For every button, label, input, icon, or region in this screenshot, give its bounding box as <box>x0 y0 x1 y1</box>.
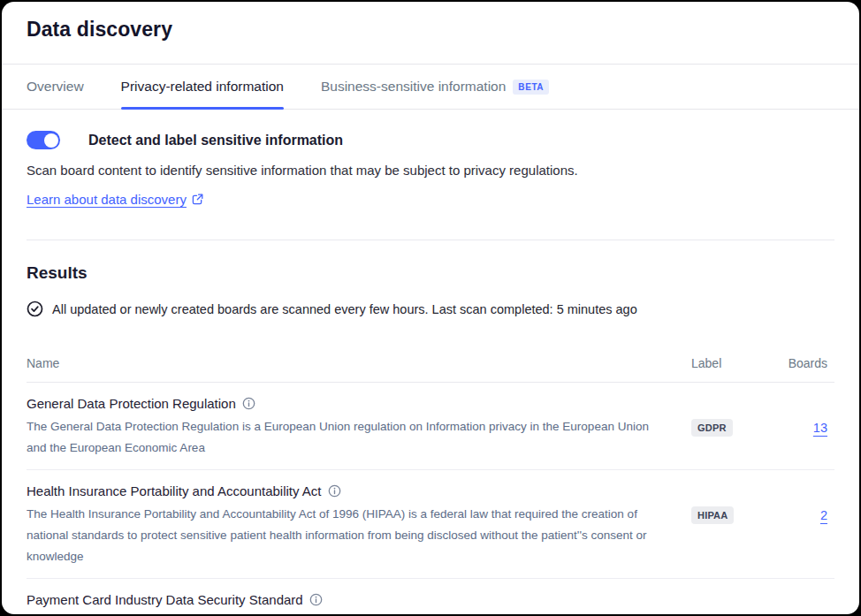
tab-privacy-label: Privacy-related information <box>121 79 284 95</box>
row-title: Payment Card Industry Data Security Stan… <box>27 592 665 607</box>
table-row-pci-dss: Payment Card Industry Data Security Stan… <box>27 579 834 614</box>
learn-about-link[interactable]: Learn about data discovery <box>27 192 203 207</box>
info-icon[interactable] <box>309 593 323 606</box>
tab-business-label: Business-sensitive information <box>321 79 506 95</box>
regulation-name: Payment Card Industry Data Security Stan… <box>27 592 303 607</box>
page-title: Data discovery <box>27 18 834 42</box>
table-row-gdpr: General Data Protection Regulation The G… <box>27 383 834 470</box>
table-header: Name Label Boards <box>27 344 834 383</box>
toggle-knob <box>44 133 58 148</box>
tab-privacy-related-information[interactable]: Privacy-related information <box>121 65 284 109</box>
info-icon[interactable] <box>328 484 341 498</box>
detect-toggle-label: Detect and label sensitive information <box>88 133 343 148</box>
label-badge: HIPAA <box>691 506 734 524</box>
row-title: Health Insurance Portability and Account… <box>27 483 665 498</box>
results-section: Results All updated or newly created boa… <box>2 240 859 317</box>
boards-count-link[interactable]: 13 <box>813 421 827 435</box>
tab-overview-label: Overview <box>27 79 84 95</box>
detect-toggle[interactable] <box>27 131 60 149</box>
boards-count-link[interactable]: 2 <box>820 508 827 522</box>
column-header-boards: Boards <box>780 356 834 370</box>
header: Data discovery <box>2 2 859 64</box>
detect-settings-section: Detect and label sensitive information S… <box>2 110 859 208</box>
tab-bar: Overview Privacy-related information Bus… <box>2 64 859 110</box>
learn-about-link-label: Learn about data discovery <box>27 192 187 207</box>
scan-status-text: All updated or newly created boards are … <box>52 302 637 316</box>
column-header-label: Label <box>691 356 780 370</box>
scan-status-row: All updated or newly created boards are … <box>27 300 834 317</box>
regulations-table: Name Label Boards General Data Protectio… <box>2 344 859 614</box>
regulation-name: Health Insurance Portability and Account… <box>27 483 322 498</box>
table-row-hipaa: Health Insurance Portability and Account… <box>27 470 834 579</box>
tab-overview[interactable]: Overview <box>27 65 84 109</box>
results-heading: Results <box>27 263 834 283</box>
label-badge: GDPR <box>691 419 733 437</box>
external-link-icon <box>192 194 203 205</box>
row-title: General Data Protection Regulation <box>27 396 665 411</box>
regulation-description: The General Data Protection Regulation i… <box>27 416 665 459</box>
regulation-description: The Health Insurance Portability and Acc… <box>27 504 665 567</box>
regulation-name: General Data Protection Regulation <box>27 396 236 411</box>
info-icon[interactable] <box>242 397 255 410</box>
beta-badge: BETA <box>513 80 549 95</box>
regulation-description: The Payment Card Industry Data Security … <box>27 612 665 614</box>
column-header-name: Name <box>27 356 691 370</box>
data-discovery-panel: Data discovery Overview Privacy-related … <box>2 2 859 614</box>
tab-business-sensitive-information[interactable]: Business-sensitive information BETA <box>321 65 549 109</box>
check-circle-icon <box>27 300 43 317</box>
detect-description: Scan board content to identify sensitive… <box>27 163 834 178</box>
